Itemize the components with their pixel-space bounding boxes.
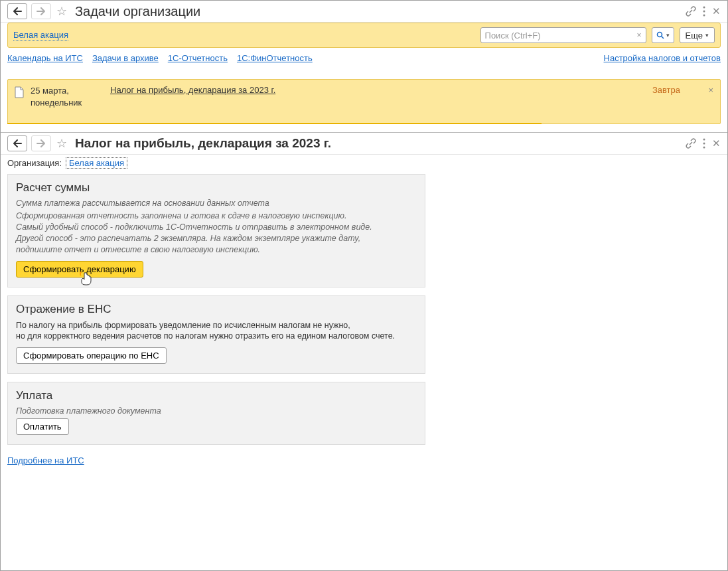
sec1-line2: Самый удобный способ - подключить 1С-Отч… [16, 222, 417, 233]
section-ens-para: По налогу на прибыль формировать уведомл… [16, 320, 417, 343]
header-detail: ☆ Налог на прибыль, декларация за 2023 г… [1, 133, 727, 155]
close-icon-detail[interactable]: ✕ [712, 137, 721, 149]
form-declaration-button[interactable]: Сформировать декларацию [16, 261, 143, 278]
star-icon-detail[interactable]: ☆ [55, 137, 68, 150]
close-icon[interactable]: ✕ [712, 5, 721, 17]
section-pay-heading: Уплата [16, 389, 417, 402]
kebab-icon-detail[interactable] [703, 138, 705, 149]
svg-point-3 [657, 33, 662, 37]
link-calendar[interactable]: Календарь на ИТС [7, 53, 83, 63]
task-when: Завтра [652, 85, 680, 95]
task-progress-bar [7, 123, 542, 124]
clear-search-icon[interactable]: × [637, 31, 642, 40]
link-1c-finreport[interactable]: 1С:ФинОтчетность [237, 53, 313, 63]
section-calc: Расчет суммы Сумма платежа рассчитываетс… [7, 174, 425, 287]
svg-line-4 [662, 37, 664, 39]
org-banner: Белая акация × ▾ Еще ▾ [7, 23, 721, 48]
sec1-line1: Сформированная отчетность заполнена и го… [16, 210, 417, 222]
svg-point-1 [703, 11, 705, 13]
svg-point-7 [703, 147, 705, 149]
back-button[interactable] [7, 3, 27, 19]
link-icon-detail[interactable] [686, 138, 696, 149]
svg-point-2 [703, 15, 705, 17]
sec1-line3: Другой способ - это распечатать 2 экземп… [16, 233, 417, 244]
section-pay: Уплата Подготовка платежного документа О… [7, 382, 425, 445]
task-date-line1: 25 марта, [31, 85, 110, 97]
section-ens-heading: Отражение в ЕНС [16, 303, 417, 316]
org-row: Организация: Белая акация [1, 155, 727, 174]
sec1-line4: подпишите отчет и отнесите в свою налого… [16, 244, 417, 256]
link-tax-settings[interactable]: Настройка налогов и отчетов [604, 53, 721, 63]
pay-button[interactable]: Оплатить [16, 418, 69, 435]
search-input[interactable] [481, 29, 646, 42]
detail-title: Налог на прибыль, декларация за 2023 г. [75, 136, 331, 151]
section-calc-heading: Расчет суммы [16, 181, 417, 195]
task-date: 25 марта, понедельник [31, 85, 110, 108]
org-label: Организация: [7, 158, 62, 168]
task-close-icon[interactable]: × [708, 85, 713, 95]
forward-button-detail[interactable] [31, 135, 51, 151]
kebab-icon[interactable] [703, 6, 705, 17]
task-card: 25 марта, понедельник Налог на прибыль, … [7, 79, 721, 124]
more-on-its-link[interactable]: Подробнее на ИТС [7, 455, 84, 465]
page-title: Задачи организации [75, 4, 200, 19]
org-link-top[interactable]: Белая акация [13, 30, 68, 41]
search-button[interactable]: ▾ [652, 27, 674, 43]
star-icon[interactable]: ☆ [55, 5, 68, 18]
task-title-link[interactable]: Налог на прибыль, декларация за 2023 г. [110, 85, 275, 95]
forward-button[interactable] [31, 3, 51, 19]
section-calc-para: Сформированная отчетность заполнена и го… [16, 210, 417, 256]
document-icon [15, 86, 24, 98]
link-icon[interactable] [686, 6, 696, 17]
org-value-link[interactable]: Белая акация [66, 157, 127, 169]
header-top: ☆ Задачи организации ✕ [1, 1, 727, 23]
link-1c-report[interactable]: 1С-Отчетность [168, 53, 228, 63]
search-wrap: × [480, 27, 646, 43]
more-label: Еще [686, 31, 703, 41]
more-button[interactable]: Еще ▾ [680, 27, 715, 43]
section-pay-note: Подготовка платежного документа [16, 406, 417, 416]
form-ens-button[interactable]: Сформировать операцию по ЕНС [16, 347, 167, 364]
section-ens: Отражение в ЕНС По налогу на прибыль фор… [7, 295, 425, 374]
links-row: Календарь на ИТС Задачи в архиве 1С-Отче… [1, 52, 727, 68]
svg-point-5 [703, 139, 705, 141]
link-archive[interactable]: Задачи в архиве [92, 53, 159, 63]
svg-point-6 [703, 143, 705, 145]
sec2-line1: По налогу на прибыль формировать уведомл… [16, 320, 417, 331]
back-button-detail[interactable] [7, 135, 27, 151]
sec2-line2: но для корректного ведения расчетов по н… [16, 331, 417, 342]
svg-point-0 [703, 7, 705, 9]
section-calc-note: Сумма платежа рассчитывается на основани… [16, 199, 417, 208]
task-date-line2: понедельник [31, 97, 110, 109]
